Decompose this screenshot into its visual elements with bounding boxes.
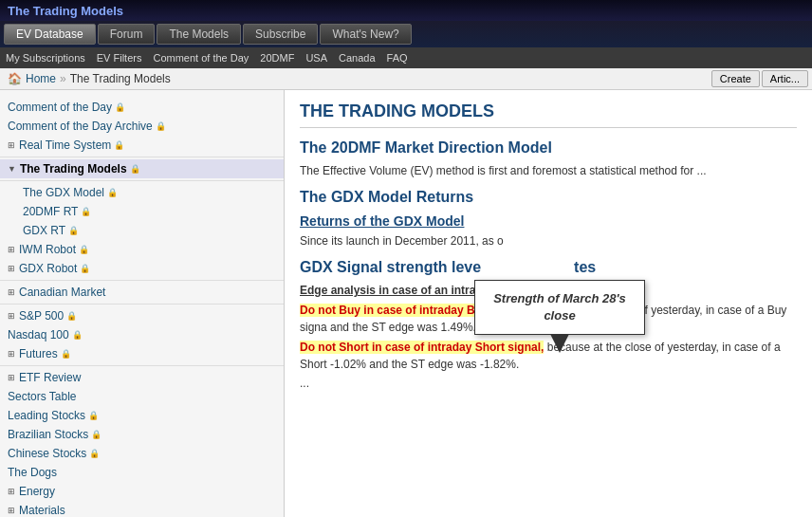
sidebar-label: GDX RT	[23, 224, 65, 237]
sidebar-item-the-gdx-model[interactable]: The GDX Model 🔒	[0, 183, 284, 202]
lock-icon: 🔒	[107, 188, 118, 197]
sidebar-item-brazilian-stocks[interactable]: Brazilian Stocks 🔒	[0, 425, 284, 444]
sidebar-label: Comment of the Day	[8, 101, 112, 114]
breadcrumb-bar: 🏠 Home » The Trading Models Create Artic…	[0, 68, 812, 90]
line2: Do not Short in case of intraday Short s…	[300, 339, 797, 373]
sidebar-item-the-dogs[interactable]: The Dogs	[0, 463, 284, 482]
section3-title: GDX Signal strength leve___________tes	[300, 259, 797, 276]
second-nav-usa[interactable]: USA	[305, 52, 327, 64]
top-nav-btn-the-models[interactable]: The Models	[157, 24, 241, 45]
expand-icon[interactable]: ⊞	[8, 506, 15, 515]
sidebar-item-leading-stocks[interactable]: Leading Stocks 🔒	[0, 406, 284, 425]
sidebar-item-canadian-market[interactable]: ⊞ Canadian Market	[0, 283, 284, 302]
breadcrumb-current: The Trading Models	[70, 72, 171, 85]
sidebar: Comment of the Day 🔒Comment of the Day A…	[0, 90, 285, 517]
second-nav-20dmf[interactable]: 20DMF	[260, 52, 294, 64]
create-button[interactable]: Create	[711, 70, 760, 87]
logo-bar: The Trading Models	[0, 0, 812, 21]
article-button[interactable]: Artic...	[762, 70, 808, 87]
lock-icon: 🔒	[81, 207, 91, 216]
section1-text: The Effective Volume (EV) method is firs…	[300, 162, 797, 179]
lock-icon: 🔒	[114, 140, 124, 150]
section2-text: Since its launch in December 2011, as o	[300, 232, 797, 249]
home-icon: 🏠	[8, 72, 22, 85]
sidebar-label: The Trading Models	[20, 162, 127, 175]
sidebar-item-comment-of-the-day-archive[interactable]: Comment of the Day Archive 🔒	[0, 117, 284, 136]
breadcrumb-home[interactable]: Home	[26, 72, 56, 85]
second-nav-canada[interactable]: Canada	[339, 52, 376, 64]
sidebar-label: GDX Robot	[19, 262, 77, 275]
sidebar-label: Nasdaq 100	[8, 328, 69, 342]
sidebar-label: Materials	[19, 504, 65, 517]
breadcrumb-sep: »	[60, 72, 66, 85]
lock-icon: 🔒	[156, 121, 166, 131]
lock-icon: 🔒	[66, 311, 77, 321]
collapse-icon[interactable]: ▼	[8, 164, 16, 174]
sidebar-item-s-p-500[interactable]: ⊞ S&P 500 🔒	[0, 306, 284, 325]
second-nav: My SubscriptionsEV FiltersComment of the…	[0, 47, 812, 68]
lock-icon: 🔒	[89, 449, 100, 458]
sidebar-item-comment-of-the-day[interactable]: Comment of the Day 🔒	[0, 98, 284, 117]
line2-highlight: Do not Short in case of intraday Short s…	[300, 341, 544, 354]
sidebar-item-materials[interactable]: ⊞ Materials	[0, 501, 284, 517]
sidebar-item-iwm-robot[interactable]: ⊞ IWM Robot 🔒	[0, 240, 284, 259]
sidebar-item-20dmf-rt[interactable]: 20DMF RT 🔒	[0, 202, 284, 221]
sidebar-item-sectors-table[interactable]: Sectors Table	[0, 387, 284, 406]
lock-icon: 🔒	[88, 411, 99, 420]
sidebar-label: Chinese Stocks	[8, 447, 86, 460]
expand-icon[interactable]: ⊞	[8, 349, 15, 359]
content-area: THE TRADING MODELS The 20DMF Market Dire…	[285, 90, 812, 517]
second-nav-faq[interactable]: FAQ	[387, 52, 408, 64]
sidebar-label: IWM Robot	[19, 243, 76, 256]
page-title: THE TRADING MODELS	[300, 102, 797, 128]
lock-icon: 🔒	[68, 226, 79, 235]
expand-icon[interactable]: ⊞	[8, 245, 15, 254]
sidebar-label: Brazilian Stocks	[8, 428, 88, 441]
sidebar-item-nasdaq-100[interactable]: Nasdaq 100 🔒	[0, 325, 284, 344]
top-nav-btn-subscribe[interactable]: Subscribe	[243, 24, 318, 45]
sidebar-item-etf-review[interactable]: ⊞ ETF Review	[0, 368, 284, 387]
logo-title: The Trading Models	[8, 4, 123, 18]
lock-icon: 🔒	[115, 102, 125, 112]
sidebar-label: The GDX Model	[23, 186, 104, 199]
sidebar-label: 20DMF RT	[23, 205, 78, 218]
section1-title: The 20DMF Market Direction Model	[300, 139, 797, 157]
expand-icon[interactable]: ⊞	[8, 140, 15, 150]
top-nav-btn-ev-database[interactable]: EV Database	[4, 24, 96, 45]
sidebar-item-gdx-robot[interactable]: ⊞ GDX Robot 🔒	[0, 259, 284, 278]
dots: ...	[300, 377, 797, 390]
lock-icon: 🔒	[72, 330, 83, 340]
tooltip-arrow	[550, 334, 569, 353]
second-nav-ev-filters[interactable]: EV Filters	[97, 52, 142, 64]
sidebar-item-gdx-rt[interactable]: GDX RT 🔒	[0, 221, 284, 240]
sidebar-label: S&P 500	[19, 309, 64, 323]
sidebar-label: ETF Review	[19, 371, 81, 384]
main-container: Comment of the Day 🔒Comment of the Day A…	[0, 90, 812, 517]
second-nav-comment-of-the-day[interactable]: Comment of the Day	[153, 52, 249, 64]
lock-icon: 🔒	[79, 245, 89, 254]
expand-icon[interactable]: ⊞	[8, 311, 15, 321]
sidebar-label: Futures	[19, 347, 58, 360]
expand-icon[interactable]: ⊞	[8, 373, 15, 382]
lock-icon: 🔒	[130, 164, 140, 174]
sidebar-item-futures[interactable]: ⊞ Futures 🔒	[0, 344, 284, 363]
expand-icon[interactable]: ⊞	[8, 487, 15, 496]
sidebar-label: Sectors Table	[8, 390, 77, 403]
lock-icon: 🔒	[61, 349, 71, 359]
top-nav-btn-what's-new?[interactable]: What's New?	[320, 24, 411, 45]
tooltip-text1: Strength of March 28's	[493, 291, 626, 305]
sidebar-item-the-trading-models[interactable]: ▼ The Trading Models 🔒	[0, 159, 284, 178]
tooltip-text2: close	[544, 308, 575, 323]
sidebar-label: Leading Stocks	[8, 409, 85, 422]
second-nav-my-subscriptions[interactable]: My Subscriptions	[6, 52, 85, 64]
expand-icon[interactable]: ⊞	[8, 264, 15, 273]
sidebar-item-energy[interactable]: ⊞ Energy	[0, 482, 284, 501]
sidebar-item-chinese-stocks[interactable]: Chinese Stocks 🔒	[0, 444, 284, 463]
top-nav: EV DatabaseForumThe ModelsSubscribeWhat'…	[0, 21, 812, 47]
top-nav-btn-forum[interactable]: Forum	[98, 24, 156, 45]
sidebar-item-real-time-system[interactable]: ⊞ Real Time System 🔒	[0, 136, 284, 155]
sidebar-label: Real Time System	[19, 138, 111, 152]
section2-title: The GDX Model Returns	[300, 189, 797, 206]
expand-icon[interactable]: ⊞	[8, 287, 15, 297]
tooltip-box: Strength of March 28's close	[474, 280, 645, 335]
